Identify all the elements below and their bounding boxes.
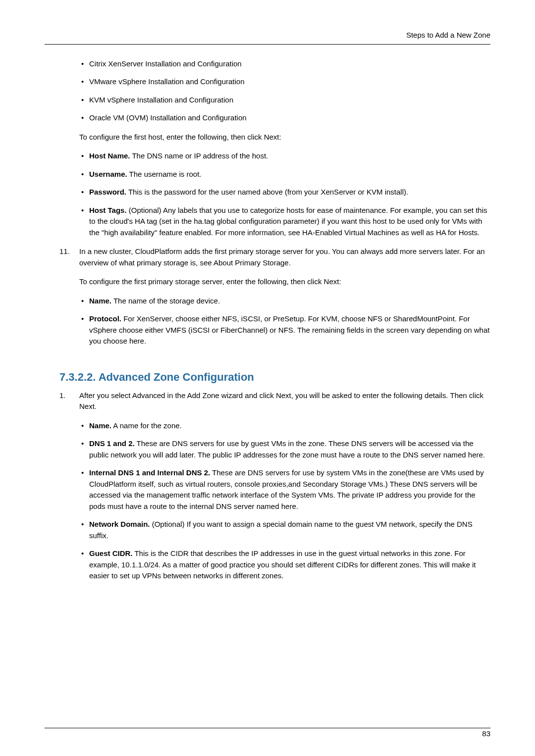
step-number: 11.	[59, 246, 79, 355]
step-body: After you select Advanced in the Add Zon…	[79, 390, 490, 590]
top-subsection: Citrix XenServer Installation and Config…	[59, 58, 490, 239]
header-title: Steps to Add a New Zone	[406, 31, 490, 39]
field-label: Host Name.	[89, 151, 130, 160]
list-item: Password. This is the password for the u…	[79, 187, 490, 198]
field-text: The DNS name or IP address of the host.	[130, 151, 268, 160]
field-label: Network Domain.	[89, 520, 150, 528]
list-item: Name. A name for the zone.	[79, 420, 490, 432]
page-number: 83	[482, 728, 490, 740]
field-label: Internal DNS 1 and Internal DNS 2.	[89, 468, 210, 477]
field-label: Name.	[89, 421, 111, 430]
field-text: For XenServer, choose either NFS, iSCSI,…	[89, 314, 489, 345]
field-label: Guest CIDR.	[89, 549, 133, 557]
field-label: Name.	[89, 297, 111, 305]
adv-step-1: 1. After you select Advanced in the Add …	[59, 390, 490, 590]
page-header: Steps to Add a New Zone	[45, 30, 490, 45]
page-content: Citrix XenServer Installation and Config…	[45, 58, 490, 590]
field-text: A name for the zone.	[111, 421, 182, 430]
field-label: Host Tags.	[89, 206, 127, 214]
field-text: These are DNS servers for use by guest V…	[89, 439, 485, 459]
list-item-text: Citrix XenServer Installation and Config…	[89, 59, 242, 68]
list-item: Host Tags. (Optional) Any labels that yo…	[79, 205, 490, 239]
list-item: Guest CIDR. This is the CIDR that descri…	[79, 548, 490, 582]
list-item: Host Name. The DNS name or IP address of…	[79, 151, 490, 162]
field-text: This is the password for the user named …	[126, 188, 408, 196]
field-label: DNS 1 and 2.	[89, 439, 135, 448]
step-11-config-line: To configure the first primary storage s…	[79, 276, 490, 288]
list-item: Name. The name of the storage device.	[79, 296, 490, 307]
field-label: Protocol.	[89, 314, 121, 323]
list-item: KVM vSphere Installation and Configurati…	[79, 95, 490, 106]
list-item: DNS 1 and 2. These are DNS servers for u…	[79, 438, 490, 460]
host-fields-list: Host Name. The DNS name or IP address of…	[79, 151, 490, 238]
list-item-text: Oracle VM (OVM) Installation and Configu…	[89, 113, 247, 122]
field-label: Username.	[89, 170, 127, 178]
section-heading-advanced-zone: 7.3.2.2. Advanced Zone Configuration	[59, 369, 490, 385]
field-text: This is the CIDR that describes the IP a…	[89, 549, 476, 580]
list-item: Network Domain. (Optional) If you want t…	[79, 519, 490, 541]
list-item-text: VMware vSphere Installation and Configur…	[89, 77, 245, 86]
step-number: 1.	[59, 390, 79, 590]
step-11: 11. In a new cluster, CloudPlatform adds…	[59, 246, 490, 355]
list-item: Username. The username is root.	[79, 169, 490, 180]
field-text: (Optional) Any labels that you use to ca…	[89, 206, 487, 237]
config-first-host-text: To configure the first host, enter the f…	[79, 132, 490, 143]
field-label: Password.	[89, 188, 126, 196]
footer-rule	[45, 728, 490, 728]
step-body: In a new cluster, CloudPlatform adds the…	[79, 246, 490, 355]
field-text: The username is root.	[127, 170, 202, 178]
list-item: Protocol. For XenServer, choose either N…	[79, 313, 490, 347]
list-item: Oracle VM (OVM) Installation and Configu…	[79, 112, 490, 124]
list-item: Internal DNS 1 and Internal DNS 2. These…	[79, 467, 490, 512]
adv-fields-list: Name. A name for the zone. DNS 1 and 2. …	[79, 420, 490, 582]
step-11-intro: In a new cluster, CloudPlatform adds the…	[79, 246, 490, 268]
list-item: VMware vSphere Installation and Configur…	[79, 76, 490, 88]
adv-intro: After you select Advanced in the Add Zon…	[79, 390, 490, 412]
install-list: Citrix XenServer Installation and Config…	[79, 58, 490, 124]
primary-storage-fields: Name. The name of the storage device. Pr…	[79, 296, 490, 347]
field-text: The name of the storage device.	[111, 297, 220, 305]
list-item-text: KVM vSphere Installation and Configurati…	[89, 96, 233, 104]
list-item: Citrix XenServer Installation and Config…	[79, 58, 490, 70]
